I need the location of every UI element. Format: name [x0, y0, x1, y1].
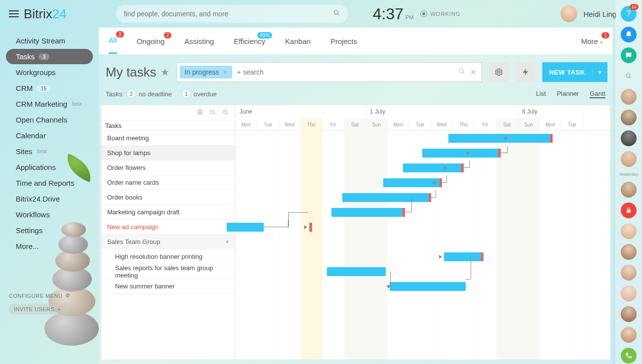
- tab-efficiency[interactable]: Efficiency89%: [234, 29, 265, 53]
- sidebar-item-open-channels[interactable]: Open Channels: [6, 112, 93, 127]
- sidebar-item-workflows[interactable]: Workflows: [6, 207, 93, 222]
- collapse-icon[interactable]: ▾: [226, 238, 229, 245]
- overdue-count[interactable]: 1: [181, 89, 191, 99]
- contact-avatar[interactable]: [621, 151, 637, 167]
- filter-box[interactable]: In progress × ✕: [176, 62, 482, 82]
- no-deadline-count[interactable]: 2: [126, 89, 136, 99]
- arrow-icon: [467, 151, 470, 155]
- gantt-bar[interactable]: [227, 223, 264, 232]
- sidebar-item-tasks[interactable]: Tasks3: [6, 49, 93, 64]
- gantt-bar[interactable]: [422, 149, 500, 158]
- task-row[interactable]: Board meeting: [101, 131, 235, 146]
- tab-ongoing[interactable]: Ongoing2: [137, 29, 165, 53]
- contact-avatar[interactable]: [621, 223, 637, 239]
- filter-input[interactable]: [234, 68, 456, 76]
- sidebar-badge: 3: [39, 53, 49, 60]
- task-group-row[interactable]: Sales Team Group▾: [101, 235, 235, 249]
- sidebar-item-applications[interactable]: Applications: [6, 160, 93, 175]
- zoom-out-icon[interactable]: [209, 109, 216, 118]
- task-row[interactable]: Order name cards: [101, 175, 235, 190]
- overdue-link[interactable]: overdue: [194, 90, 217, 98]
- sidebar-item-label: Applications: [16, 163, 56, 171]
- settings-button[interactable]: [489, 62, 509, 82]
- sidebar-item-calendar[interactable]: Calendar: [6, 128, 93, 143]
- gantt-bar[interactable]: [390, 282, 466, 291]
- task-row[interactable]: Order books: [101, 190, 235, 205]
- rail-search-button[interactable]: [621, 68, 637, 84]
- sidebar-item-crm-marketing[interactable]: CRM Marketingbeta: [6, 96, 93, 112]
- contact-avatar[interactable]: [621, 327, 637, 343]
- contact-avatar[interactable]: [621, 130, 637, 146]
- day-header: Mon: [388, 118, 409, 131]
- contact-avatar[interactable]: [621, 110, 637, 125]
- task-label: Order flowers: [107, 164, 146, 171]
- sidebar-item-settings[interactable]: Settings: [6, 223, 93, 238]
- configure-menu-button[interactable]: CONFIGURE MENU ⚙: [9, 292, 71, 299]
- arrow-icon: [505, 136, 508, 140]
- print-icon[interactable]: [197, 109, 203, 118]
- contact-avatar[interactable]: [621, 265, 637, 281]
- star-icon[interactable]: ★: [160, 66, 169, 78]
- sidebar-item-workgroups[interactable]: Workgroups: [6, 65, 93, 80]
- sidebar-item-more-[interactable]: More...: [6, 239, 93, 254]
- task-row[interactable]: High resolution banner printing: [101, 249, 235, 264]
- view-gantt[interactable]: Gantt: [590, 90, 605, 98]
- zoom-in-icon[interactable]: [222, 109, 229, 118]
- working-status[interactable]: WORKING: [420, 10, 460, 17]
- task-row[interactable]: Sales reports for sales team group meeti…: [101, 264, 235, 279]
- gantt-bar[interactable]: [331, 208, 405, 217]
- gantt-bar[interactable]: [327, 267, 386, 276]
- invite-users-button[interactable]: INVITE USERS +: [9, 304, 71, 315]
- task-row[interactable]: Marketing campaign draft: [101, 205, 235, 220]
- clear-filter-icon[interactable]: ✕: [470, 68, 477, 77]
- chip-remove-icon[interactable]: ×: [223, 68, 227, 76]
- filter-chip[interactable]: In progress ×: [180, 66, 232, 79]
- view-planner[interactable]: Planner: [557, 90, 579, 98]
- chat-button[interactable]: [621, 47, 637, 63]
- gantt-bar[interactable]: [448, 134, 553, 143]
- task-row[interactable]: Shop for lamps: [101, 146, 235, 161]
- tab-projects[interactable]: Projects: [330, 29, 357, 53]
- gantt-bar[interactable]: [444, 252, 483, 261]
- sidebar-item-sites[interactable]: Sitesbeta: [6, 144, 93, 159]
- day-header: Fri: [475, 118, 496, 131]
- search-icon[interactable]: [458, 68, 465, 77]
- tab-all[interactable]: All3: [109, 28, 117, 54]
- automation-button[interactable]: [516, 62, 535, 82]
- gantt-bar[interactable]: [403, 163, 464, 172]
- task-row[interactable]: Order flowers: [101, 161, 235, 175]
- sidebar-item-time-and-reports[interactable]: Time and Reports: [6, 175, 93, 191]
- contact-avatar[interactable]: [621, 244, 637, 260]
- logo[interactable]: Bitrix24: [24, 6, 67, 22]
- global-search[interactable]: [116, 5, 348, 23]
- gantt-bar[interactable]: [309, 223, 312, 232]
- task-row[interactable]: New summer banner: [101, 279, 235, 294]
- day-header: Fri: [322, 118, 344, 131]
- sidebar-item-crm[interactable]: CRM15: [6, 81, 93, 96]
- sidebar-item-activity-stream[interactable]: Activity Stream: [6, 33, 93, 48]
- no-deadline-link[interactable]: no deadline: [139, 90, 172, 98]
- call-button[interactable]: [621, 348, 637, 364]
- contact-avatar[interactable]: [621, 182, 637, 198]
- lock-icon[interactable]: [621, 202, 637, 218]
- contact-avatar[interactable]: [621, 285, 637, 301]
- gear-icon: ⚙: [65, 292, 71, 299]
- global-search-input[interactable]: [124, 10, 333, 18]
- new-task-dropdown[interactable]: ▼: [592, 70, 607, 75]
- gantt-bar[interactable]: [342, 193, 431, 202]
- main-menu-button[interactable]: [9, 10, 19, 17]
- tab-kanban[interactable]: Kanban: [285, 29, 311, 53]
- help-button[interactable]: ?14: [621, 6, 637, 22]
- tab-assisting[interactable]: Assisting: [184, 29, 214, 53]
- task-row[interactable]: New ad campaign: [101, 220, 235, 235]
- tab-more[interactable]: More 1 ▾: [581, 29, 602, 53]
- notifications-button[interactable]: [621, 27, 637, 42]
- new-task-button[interactable]: NEW TASK ▼: [542, 62, 607, 82]
- svg-line-12: [227, 113, 228, 114]
- contact-avatar[interactable]: [621, 306, 637, 322]
- contact-avatar[interactable]: [621, 89, 637, 105]
- view-list[interactable]: List: [536, 90, 546, 98]
- sidebar-item-label: Calendar: [16, 131, 46, 140]
- sidebar-item-bitrix24-drive[interactable]: Bitrix24.Drive: [6, 191, 93, 206]
- sidebar-item-label: CRM: [16, 84, 33, 92]
